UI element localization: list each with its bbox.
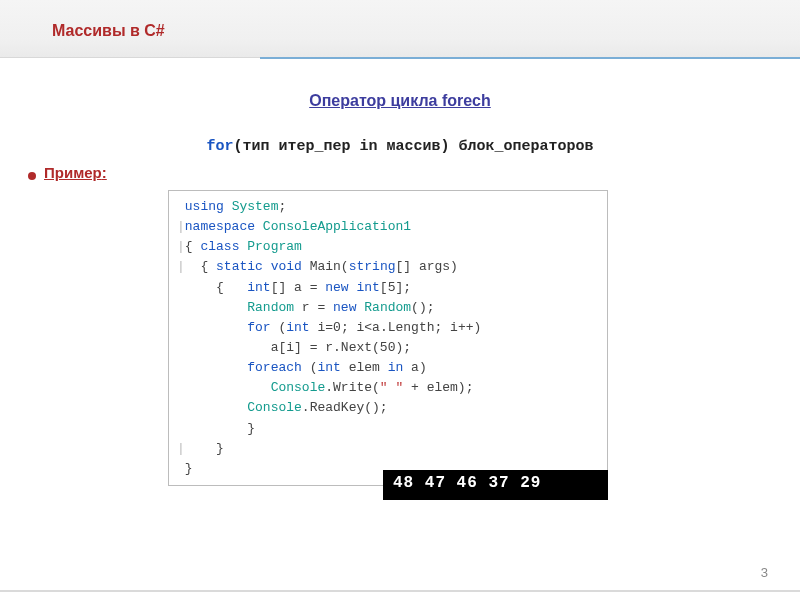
code-line: |{ class Program bbox=[177, 237, 599, 257]
code-line: | { static void Main(string[] args) bbox=[177, 257, 599, 277]
section-title: Оператор цикла forech bbox=[0, 92, 800, 110]
code-line: Console.ReadKey(); bbox=[177, 398, 599, 418]
bullet-icon bbox=[28, 172, 36, 180]
code-line: a[i] = r.Next(50); bbox=[177, 338, 599, 358]
console-output: 48 47 46 37 29 bbox=[383, 470, 608, 500]
code-line: } bbox=[177, 419, 599, 439]
header-underline bbox=[260, 57, 800, 59]
code-line: | } bbox=[177, 439, 599, 459]
code-line: { int[] a = new int[5]; bbox=[177, 278, 599, 298]
code-line: foreach (int elem in a) bbox=[177, 358, 599, 378]
code-line: using System; bbox=[177, 197, 599, 217]
code-line: |namespace ConsoleApplication1 bbox=[177, 217, 599, 237]
syntax-keyword: for bbox=[206, 138, 233, 155]
slide-title: Массивы в C# bbox=[52, 22, 165, 40]
header-band: Массивы в C# bbox=[0, 0, 800, 58]
footer-line bbox=[0, 590, 800, 592]
example-label: Пример: bbox=[44, 164, 107, 181]
code-line: for (int i=0; i<a.Length; i++) bbox=[177, 318, 599, 338]
code-line: Random r = new Random(); bbox=[177, 298, 599, 318]
page-number: 3 bbox=[761, 565, 768, 580]
syntax-line: for(тип итер_пер in массив) блок_операто… bbox=[0, 138, 800, 155]
code-box: using System;|namespace ConsoleApplicati… bbox=[168, 190, 608, 486]
code-line: Console.Write(" " + elem); bbox=[177, 378, 599, 398]
syntax-rest: (тип итер_пер in массив) блок_операторов bbox=[233, 138, 593, 155]
